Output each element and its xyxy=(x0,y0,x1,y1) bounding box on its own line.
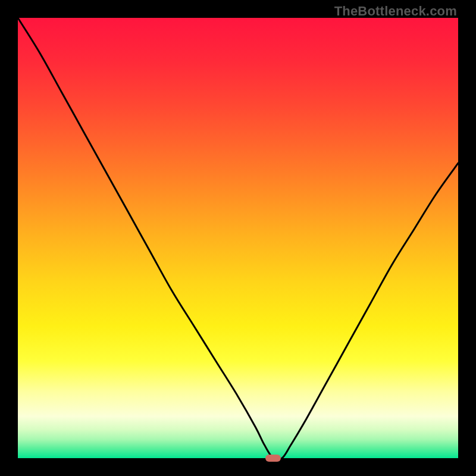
minimum-marker xyxy=(265,455,281,462)
bottleneck-curve xyxy=(18,18,458,458)
watermark-text: TheBottleneck.com xyxy=(334,4,457,19)
plot-area xyxy=(18,18,458,458)
chart-container: TheBottleneck.com xyxy=(0,0,476,476)
